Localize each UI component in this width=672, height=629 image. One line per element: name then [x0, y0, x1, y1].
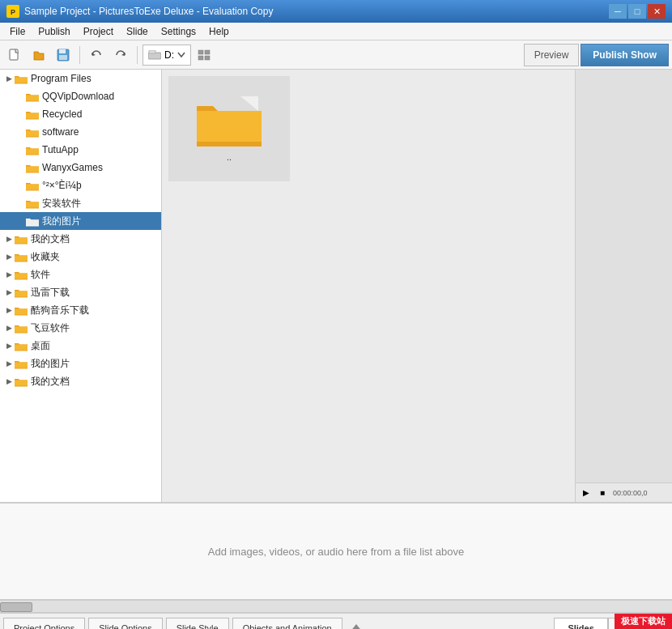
- folder-icon-13: [15, 304, 28, 316]
- expand-icon-7[interactable]: [15, 198, 26, 209]
- toolbar: D: Preview Publish Show: [0, 40, 672, 70]
- tree-item-mydocs[interactable]: ▶ 我的文档: [0, 230, 161, 248]
- undo-button[interactable]: [85, 44, 108, 66]
- tree-label-6: °²×°Èí¼þ: [42, 180, 82, 191]
- tab-slides[interactable]: Slides: [554, 618, 607, 630]
- tree-item-install[interactable]: 安装软件: [0, 194, 161, 212]
- expand-icon-2[interactable]: [15, 108, 26, 120]
- expand-icon-11[interactable]: ▶: [3, 269, 15, 280]
- minimize-button[interactable]: ─: [609, 4, 627, 19]
- tree-label-7: 安装软件: [42, 197, 81, 210]
- expand-icon-4[interactable]: [15, 144, 26, 155]
- publish-button[interactable]: Publish Show: [581, 44, 669, 66]
- menu-publish[interactable]: Publish: [32, 23, 76, 40]
- drive-label: D:: [164, 49, 174, 61]
- open-button[interactable]: [28, 44, 50, 66]
- tree-label-12: 迅雷下载: [31, 286, 70, 300]
- tree-item-desktop[interactable]: ▶ 桌面: [0, 337, 161, 355]
- svg-rect-9: [205, 50, 210, 54]
- expand-icon-14[interactable]: ▶: [3, 322, 15, 334]
- tree-item-mydocs2[interactable]: ▶ 我的文档: [0, 372, 161, 390]
- tree-label-0: Program Files: [31, 73, 91, 84]
- save-button[interactable]: [52, 44, 74, 66]
- view-toggle-button[interactable]: [193, 44, 215, 66]
- expand-icon-10[interactable]: ▶: [3, 251, 15, 262]
- menu-bar: File Publish Project Slide Settings Help: [0, 23, 672, 40]
- file-tree: ▶ Program Files QQVipDownload Recycled: [0, 70, 162, 502]
- window-title: Sample Project - PicturesToExe Deluxe - …: [24, 6, 273, 17]
- menu-help[interactable]: Help: [202, 23, 236, 40]
- folder-icon-6: [26, 180, 39, 191]
- maximize-button[interactable]: □: [628, 4, 646, 19]
- tree-item-mypics2[interactable]: ▶ 我的图片: [0, 355, 161, 372]
- close-button[interactable]: ✕: [648, 4, 666, 19]
- bottom-scrollbar[interactable]: [0, 600, 672, 613]
- triangle-button[interactable]: [346, 618, 367, 630]
- scrollbar-track[interactable]: [0, 601, 672, 612]
- tree-item-wanyx[interactable]: WanyxGames: [0, 159, 161, 176]
- app-icon: P: [6, 5, 19, 18]
- menu-project[interactable]: Project: [77, 23, 120, 40]
- player-controls: ▶ ■ 00:00:00,0: [576, 482, 672, 502]
- svg-rect-11: [205, 56, 210, 60]
- folder-icon-5: [26, 162, 39, 173]
- slide-style-button[interactable]: Slide Style: [166, 618, 229, 630]
- expand-icon-17[interactable]: ▶: [3, 376, 15, 387]
- tree-item-chinese1[interactable]: °²×°Èí¼þ: [0, 176, 161, 194]
- slide-area[interactable]: Add images, videos, or audio here from a…: [0, 503, 672, 600]
- tree-item-recycled[interactable]: Recycled: [0, 105, 161, 123]
- tree-item-mypics[interactable]: 我的图片: [0, 212, 161, 230]
- folder-icon-4: [26, 144, 39, 155]
- folder-icon-17: [15, 376, 28, 387]
- expand-icon-12[interactable]: ▶: [3, 287, 15, 298]
- new-button[interactable]: [3, 44, 26, 66]
- expand-icon-9[interactable]: ▶: [3, 233, 15, 244]
- menu-settings[interactable]: Settings: [155, 23, 202, 40]
- folder-icon-3: [26, 126, 39, 138]
- slide-options-button[interactable]: Slide Options: [88, 618, 162, 630]
- expand-icon-15[interactable]: ▶: [3, 340, 15, 351]
- separator-1: [79, 46, 80, 64]
- objects-animation-button[interactable]: Objects and Animation: [232, 618, 342, 630]
- scrollbar-thumb[interactable]: [0, 602, 32, 612]
- tree-label-17: 我的文档: [31, 375, 70, 389]
- preview-button[interactable]: Preview: [524, 44, 580, 66]
- file-preview-area[interactable]: ..: [162, 70, 575, 502]
- expand-icon-16[interactable]: ▶: [3, 358, 15, 369]
- redo-button[interactable]: [109, 44, 132, 66]
- tree-item-feadou[interactable]: ▶ 飞豆软件: [0, 319, 161, 337]
- tree-item-program-files[interactable]: ▶ Program Files: [0, 70, 161, 87]
- folder-icon-1: [26, 91, 39, 102]
- watermark: 极速下载站: [615, 614, 672, 629]
- tree-item-software[interactable]: software: [0, 123, 161, 141]
- project-options-button[interactable]: Project Options: [3, 618, 85, 630]
- expand-icon-0[interactable]: ▶: [3, 73, 15, 84]
- bottom-toolbar: Project Options Slide Options Slide Styl…: [0, 613, 672, 629]
- tree-item-qqvip[interactable]: QQVipDownload: [0, 87, 161, 105]
- folder-icon-7: [26, 198, 39, 209]
- slide-empty-text: Add images, videos, or audio here from a…: [6, 546, 666, 558]
- stop-button[interactable]: ■: [595, 486, 610, 500]
- tree-label-15: 桌面: [31, 339, 50, 353]
- tree-item-music[interactable]: ▶ 酷狗音乐下载: [0, 301, 161, 319]
- tree-label-3: software: [42, 126, 79, 138]
- svg-rect-8: [198, 50, 203, 54]
- expand-icon-13[interactable]: ▶: [3, 304, 15, 316]
- expand-icon-6[interactable]: [15, 180, 26, 191]
- folder-thumbnail[interactable]: ..: [168, 76, 290, 181]
- play-button[interactable]: ▶: [579, 486, 593, 500]
- menu-slide[interactable]: Slide: [120, 23, 155, 40]
- tree-item-soft[interactable]: ▶ 软件: [0, 266, 161, 283]
- tree-item-thunder[interactable]: ▶ 迅雷下载: [0, 283, 161, 301]
- drive-selector[interactable]: D:: [142, 45, 191, 66]
- expand-icon-8[interactable]: [15, 215, 26, 227]
- title-bar: P Sample Project - PicturesToExe Deluxe …: [0, 0, 672, 23]
- tree-item-favorites[interactable]: ▶ 收藏夹: [0, 248, 161, 266]
- expand-icon-5[interactable]: [15, 162, 26, 173]
- folder-icon-14: [15, 322, 28, 334]
- tree-item-tutu[interactable]: TutuApp: [0, 141, 161, 159]
- expand-icon-1[interactable]: [15, 91, 26, 102]
- svg-rect-10: [198, 56, 203, 60]
- expand-icon-3[interactable]: [15, 126, 26, 138]
- menu-file[interactable]: File: [3, 23, 32, 40]
